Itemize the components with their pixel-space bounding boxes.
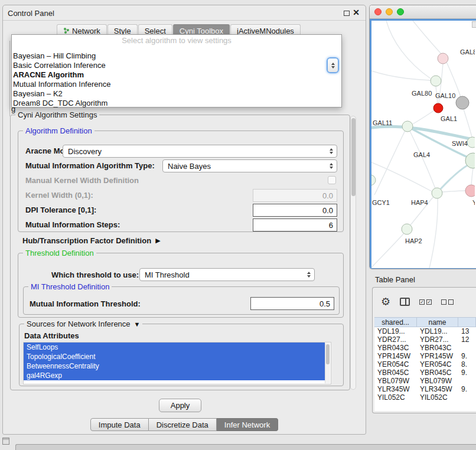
settings-scrollbar[interactable] [350, 116, 356, 390]
cell-name: YDR27... [417, 335, 458, 344]
bottom-tab-label: Discretize Data [157, 420, 208, 429]
stepper-icon [307, 272, 311, 278]
graph-node[interactable] [432, 188, 442, 198]
kernel-width-field[interactable]: 0.0 [253, 189, 337, 202]
graph-edge [442, 191, 465, 192]
algorithm-dropdown-popup: Select algorithm to view settings Bayesi… [11, 34, 342, 107]
graph-node-label: HAP2 [405, 237, 422, 244]
float-window-icon[interactable] [344, 11, 350, 16]
dropdown-item[interactable]: Bayesian – K2 [12, 89, 341, 99]
cell-name: YDL19... [417, 327, 458, 335]
table-row[interactable]: YBR045C YBR045C 9. [374, 369, 476, 377]
column-header[interactable]: shared... [374, 318, 417, 327]
column-header[interactable]: name [417, 318, 458, 327]
attribute-list-item[interactable]: SelfLoops [24, 343, 325, 352]
cell-name: YBR045C [417, 369, 458, 377]
dropdown-item[interactable]: Basic Correlation Inference [12, 61, 341, 70]
mi-type-select[interactable]: Naive Bayes [162, 159, 337, 172]
collapsed-panel-icon[interactable] [2, 438, 9, 445]
bottom-tab[interactable]: Infer Network [217, 418, 278, 431]
table-row[interactable]: YDR27... YDR27... 12 [374, 335, 476, 344]
graph-node[interactable] [433, 103, 443, 113]
table-row[interactable]: YPR145W YPR145W 9. [374, 352, 476, 360]
table-row[interactable]: YDL19... YDL19... 13 [374, 327, 476, 335]
select-all-columns-icon[interactable]: ✓ ✓ [419, 299, 432, 305]
cell-shared-name: YIL052C [374, 393, 417, 402]
attribute-list-item[interactable]: gal4RGexp [24, 371, 325, 380]
bottom-tab-label: Infer Network [224, 420, 270, 429]
graph-node[interactable] [438, 53, 448, 64]
dpi-tolerance-field[interactable]: 0.0 [253, 204, 337, 217]
attribute-list-item[interactable]: TopologicalCoefficient [24, 352, 325, 361]
mi-threshold-value: 0.5 [319, 299, 330, 308]
graph-node[interactable] [431, 76, 441, 86]
graph-node[interactable] [456, 96, 469, 109]
table-row[interactable]: YBR043C YBR043C [374, 344, 476, 352]
unchecked-box-icon [448, 299, 454, 305]
graph-node[interactable] [402, 224, 412, 234]
sources-group-title-row[interactable]: Sources for Network Inference ▼ [24, 319, 142, 328]
threshold-definition-title: Threshold Definition [23, 249, 96, 257]
graph-node[interactable] [402, 121, 413, 132]
hub-definition-label: Hub/Transcription Factor Definition [22, 236, 151, 245]
graph-edge [413, 110, 434, 124]
data-attributes-list[interactable]: SelfLoopsTopologicalCoefficientBetweenne… [23, 342, 331, 384]
mi-steps-field[interactable]: 6 [253, 219, 337, 231]
bottom-tab[interactable]: Impute Data [90, 418, 149, 431]
minimize-traffic-light[interactable] [386, 8, 393, 15]
hub-definition-row[interactable]: Hub/Transcription Factor Definition ▶ [22, 236, 161, 245]
graph-node[interactable] [467, 137, 475, 148]
graph-node[interactable] [465, 185, 475, 197]
dropdown-item[interactable]: Mutual Information Inference [12, 80, 341, 89]
settings-scrollbar-thumb[interactable] [351, 118, 356, 196]
columns-icon[interactable] [400, 298, 410, 306]
cell-name: YPR145W [417, 352, 458, 360]
bottom-tab-label: Impute Data [99, 420, 141, 429]
which-threshold-select[interactable]: MI Threshold [139, 268, 315, 281]
checked-box-icon: ✓ [426, 299, 432, 305]
algorithm-definition-title: Algorithm Definition [23, 126, 94, 135]
table-row[interactable]: YLR345W YLR345W 9. [374, 385, 476, 393]
manual-kernel-checkbox[interactable] [328, 176, 336, 184]
table-row[interactable]: YBL079W YBL079W [374, 377, 476, 385]
apply-button[interactable]: Apply [159, 399, 201, 412]
close-traffic-light[interactable] [374, 8, 382, 15]
cell-name: YBL079W [417, 377, 458, 385]
cell-shared-name: YBL079W [374, 377, 417, 385]
list-scrollbar[interactable] [325, 343, 330, 383]
network-graph[interactable]: GAL8GAL80GAL10GAL11GAL1SWI4GAL4GCY1HAP4Y… [371, 21, 475, 268]
table-row[interactable]: YER054C YER054C 8. [374, 360, 476, 369]
control-panel-titlebar[interactable]: Control Panel ✕ [3, 5, 366, 21]
zoom-traffic-light[interactable] [397, 8, 404, 15]
graph-node-label: HAP4 [411, 199, 428, 206]
algorithm-combo-button[interactable] [327, 57, 339, 73]
close-icon[interactable]: ✕ [353, 8, 360, 17]
table-header-row: shared... name [374, 317, 476, 327]
column-header[interactable] [458, 318, 476, 327]
mi-threshold-label: Mutual Information Threshold: [30, 299, 141, 308]
network-window-titlebar[interactable] [370, 5, 476, 19]
unchecked-box-icon [441, 299, 446, 305]
network-canvas-frame: GAL8GAL80GAL10GAL11GAL1SWI4GAL4GCY1HAP4Y… [370, 19, 476, 269]
scrollbar-corner[interactable] [472, 21, 476, 28]
table-row[interactable]: YIL052C YIL052C [374, 393, 476, 402]
graph-node-label: GCY1 [372, 199, 390, 206]
dropdown-item[interactable]: Bayesian – Hill Climbing [12, 51, 341, 61]
mi-threshold-field[interactable]: 0.5 [250, 297, 334, 310]
disclosure-expanded-icon[interactable]: ▼ [134, 321, 141, 328]
disclosure-collapsed-icon[interactable]: ▶ [155, 237, 160, 244]
dropdown-item[interactable]: ARACNE Algorithm [12, 70, 341, 80]
aracne-mode-select[interactable]: Discovery [63, 145, 337, 158]
graph-node-label: SWI4 [452, 140, 468, 147]
graph-edge [371, 233, 404, 268]
gear-icon[interactable]: ⚙ [381, 296, 390, 307]
dropdown-item[interactable]: Dream8 DC_TDC Algorithm [12, 99, 341, 108]
graph-node-label: GAL1 [441, 115, 457, 122]
list-scrollbar-thumb[interactable] [326, 344, 330, 364]
deselect-all-columns-icon[interactable] [441, 299, 454, 305]
attribute-list-item[interactable]: BetweennessCentrality [24, 361, 325, 371]
cell-value: 9. [458, 369, 476, 377]
bottom-tab[interactable]: Discretize Data [149, 418, 217, 431]
mi-steps-label: Mutual Information Steps: [25, 220, 120, 229]
graph-node[interactable] [371, 175, 376, 185]
